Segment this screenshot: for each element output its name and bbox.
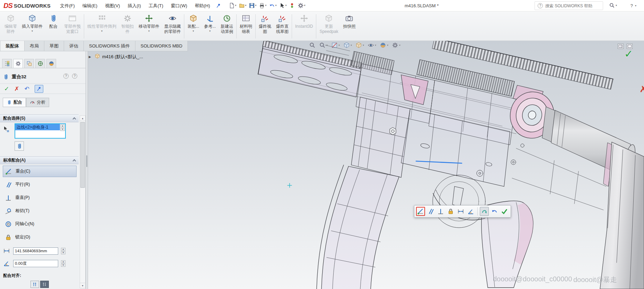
tab-sketch[interactable]: 草图	[44, 41, 64, 51]
help-icon[interactable]: ?	[72, 73, 77, 79]
dimxpert-manager-tab-icon[interactable]	[35, 59, 45, 68]
ribbon-show-hidden-components[interactable]: 显示隐藏的零部件	[162, 13, 183, 40]
property-manager-tab-icon[interactable]	[13, 59, 23, 68]
caret-down-icon[interactable]: ▾	[148, 30, 150, 33]
ctx-angle-icon[interactable]	[466, 207, 475, 216]
whats-wrong-icon[interactable]: ?	[63, 73, 69, 79]
display-manager-tab-icon[interactable]	[46, 59, 56, 68]
undo-button[interactable]: ↶	[25, 85, 29, 93]
mate-type-concentric[interactable]: 同轴心(N)	[3, 218, 77, 230]
ribbon-take-snapshot[interactable]: 拍快照	[341, 13, 358, 40]
ctx-perpendicular-icon[interactable]	[436, 207, 445, 216]
pin-menubar-icon[interactable]	[216, 3, 221, 8]
caret-down-icon[interactable]: ▾	[304, 4, 305, 7]
ctx-ok-icon[interactable]	[500, 207, 509, 216]
caret-down-icon[interactable]: ▾	[635, 5, 636, 7]
caret-down-icon[interactable]: ▾	[209, 30, 211, 33]
collapse-chevron-icon[interactable]	[73, 117, 76, 121]
caret-down-icon[interactable]: ▾	[275, 4, 276, 7]
distance-input[interactable]	[13, 247, 58, 255]
select-button[interactable]: ▾	[278, 2, 287, 9]
angle-input[interactable]	[13, 260, 58, 267]
scroll-up-icon[interactable]: ▲	[80, 116, 85, 121]
flyout-tree-arrow-icon[interactable]: ▶	[89, 55, 91, 59]
caret-down-icon[interactable]: ▾	[235, 4, 236, 7]
tab-evaluate[interactable]: 评估	[64, 41, 84, 51]
scrollbar-thumb[interactable]	[80, 122, 85, 188]
panel-splitter[interactable]	[86, 51, 88, 289]
ribbon-new-motion-study[interactable]: 新建运动算例	[218, 13, 236, 40]
breadcrumb[interactable]: ▶ m416 (默认<默认_...	[89, 53, 143, 60]
ribbon-explode-line-sketch[interactable]: 爆炸直线草图	[274, 13, 291, 40]
spinner-up-icon[interactable]: ▲	[60, 124, 65, 128]
mate-selections-listbox[interactable]: 边线<2>@枪身-1 ▲ ▼	[15, 123, 66, 139]
mate-type-lock[interactable]: 锁定(O)	[3, 231, 77, 243]
mate-type-tangent[interactable]: 相切(T)	[3, 205, 77, 217]
keep-visible-pin-button[interactable]	[35, 85, 43, 93]
confirmation-corner-cancel[interactable]: ✗	[639, 84, 644, 95]
selected-entity-row[interactable]: 边线<2>@枪身-1	[15, 124, 60, 130]
options-button[interactable]: ▾	[297, 2, 306, 9]
aligned-toggle-icon[interactable]	[30, 281, 39, 288]
caret-down-icon[interactable]: ▾	[616, 4, 617, 7]
tab-solidworks-addins[interactable]: SOLIDWORKS 插件	[84, 41, 135, 51]
ctx-coincident-icon[interactable]	[416, 207, 425, 216]
ok-button[interactable]: ✓	[4, 85, 9, 93]
ctx-distance-icon[interactable]	[456, 207, 465, 216]
rebuild-button[interactable]	[288, 2, 296, 9]
ribbon-bill-of-materials[interactable]: 材料明细表	[237, 13, 255, 40]
menu-view[interactable]: 视图(V)	[101, 0, 124, 11]
ribbon-assembly-features[interactable]: 装配...▾	[185, 13, 202, 40]
spinner-down-icon[interactable]: ▼	[61, 251, 65, 254]
open-button[interactable]: ▾	[238, 2, 247, 9]
caret-down-icon[interactable]: ▾	[265, 4, 266, 7]
mate-type-coincident[interactable]: 重合(C)	[3, 166, 77, 177]
caret-down-icon[interactable]: ▾	[255, 4, 256, 7]
print-button[interactable]: ▾	[258, 2, 267, 9]
menu-file[interactable]: 文件(F)	[56, 0, 79, 11]
tab-solidworks-mbd[interactable]: SOLIDWORKS MBD	[135, 41, 188, 51]
ribbon-reference-geometry[interactable]: 参考...▾	[202, 13, 218, 40]
panel-scrollbar[interactable]: ▲ ▼	[80, 115, 86, 288]
menu-edit[interactable]: 编辑(E)	[79, 0, 101, 11]
confirmation-corner-ok[interactable]: ✓	[624, 48, 633, 60]
spinner-up-icon[interactable]: ▲	[61, 248, 65, 251]
ctx-lock-icon[interactable]	[446, 207, 455, 216]
help-search-box[interactable]: ?	[535, 1, 603, 10]
ribbon-mate[interactable]: 配合	[45, 13, 62, 40]
scroll-down-icon[interactable]: ▼	[80, 283, 85, 288]
ctx-undo-icon[interactable]	[490, 207, 499, 216]
model-m416-wireframe[interactable]	[87, 41, 644, 289]
save-button[interactable]: ▾	[248, 2, 257, 9]
tab-analysis[interactable]: 分析	[26, 98, 49, 107]
search-button[interactable]: ▾	[609, 2, 617, 8]
collapse-chevron-icon[interactable]	[73, 159, 76, 163]
caret-down-icon[interactable]: ▾	[245, 4, 246, 7]
splitter-grab-handle[interactable]	[86, 155, 87, 167]
mate-type-perpendicular[interactable]: 垂直(P)	[3, 192, 77, 203]
cancel-button[interactable]: ✗	[14, 85, 19, 93]
spinner-up-icon[interactable]: ▲	[61, 260, 65, 263]
spinner-down-icon[interactable]: ▼	[60, 128, 65, 131]
mate-selections-header[interactable]: 配合选择(S)	[0, 114, 79, 122]
tab-layout[interactable]: 布局	[25, 41, 44, 51]
ctx-parallel-icon[interactable]	[426, 207, 435, 216]
caret-down-icon[interactable]: ▾	[193, 30, 194, 33]
graphics-canvas[interactable]: ▾ ▾ ▾ ▾ ▾ ▾ ▾	[87, 41, 644, 289]
feature-manager-tab-icon[interactable]	[2, 59, 12, 68]
ribbon-insert-components[interactable]: 插入零部件▾	[19, 13, 45, 40]
caret-down-icon[interactable]: ▾	[285, 4, 286, 7]
breadcrumb-label[interactable]: m416 (默认<默认_...	[102, 54, 143, 60]
configuration-manager-tab-icon[interactable]	[24, 59, 34, 68]
menu-window[interactable]: 窗口(W)	[167, 0, 191, 11]
multiple-mate-mode-button[interactable]	[15, 141, 24, 151]
mate-type-parallel[interactable]: 平行(R)	[3, 179, 77, 190]
menu-tools[interactable]: 工具(T)	[145, 0, 167, 11]
menu-insert[interactable]: 插入(I)	[124, 0, 144, 11]
new-document-button[interactable]: ▾	[228, 2, 237, 9]
help-search-input[interactable]	[545, 3, 597, 8]
ribbon-move-component[interactable]: 移动零部件▾	[136, 13, 162, 40]
undo-button[interactable]: ▾	[268, 2, 277, 9]
tab-mates[interactable]: 配合	[3, 98, 26, 107]
restore-viewport-icon[interactable]	[618, 44, 624, 49]
